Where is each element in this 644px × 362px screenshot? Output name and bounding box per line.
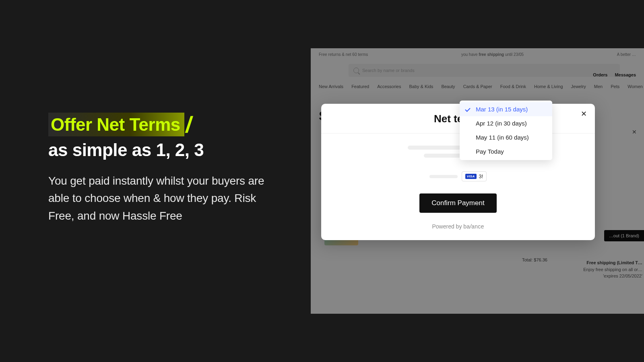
search-input[interactable]: Search by name or brands [349,64,620,77]
nav-item[interactable]: Pets [611,84,619,89]
card-last-digits: 3! [479,173,483,179]
balance-logo: ba/ance [463,223,484,230]
card-chip[interactable]: VISA 3! [462,171,487,181]
promo-right: A better … [617,52,636,57]
nav-item[interactable]: Men [594,84,603,89]
checkout-button[interactable]: …out (1 Brand) [604,230,644,241]
modal-title: Net terms [321,113,595,125]
dropdown-option[interactable]: May 11 (in 60 days) [460,130,552,144]
nav-item[interactable]: Home & Living [534,84,563,89]
placeholder-line [429,175,458,178]
nav-item[interactable]: Cards & Paper [463,84,492,89]
hero-body-text: You get paid instantly whilst your buyer… [48,172,274,224]
dropdown-option[interactable]: Apr 12 (in 30 days) [460,116,552,130]
cart-total: Total: $76.36 [522,257,547,262]
nav-item[interactable]: Jewelry [571,84,586,89]
panel-close-icon[interactable]: ✕ [632,129,637,135]
nav-item[interactable]: Featured [351,84,369,89]
confirm-payment-button[interactable]: Confirm Payment [419,193,496,213]
nav-item[interactable]: Women [627,84,643,89]
hero-slash-icon: / [184,113,194,136]
hero-headline-rest: as simple as 1, 2, 3 [48,139,274,161]
nav-item[interactable]: New Arrivals [319,84,343,89]
nav-item[interactable]: Accessories [377,84,401,89]
payment-method-row: VISA 3! [337,171,579,181]
nav-item[interactable]: Baby & Kids [409,84,433,89]
orders-link[interactable]: Orders [593,72,607,77]
dropdown-option[interactable]: Mar 13 (in 15 days) [460,102,552,116]
messages-link[interactable]: Messages [615,72,636,77]
product-screenshot: Free returns & net 60 terms you have fre… [311,48,644,314]
nav-item[interactable]: Beauty [441,84,455,89]
nav-item[interactable]: Food & Drink [500,84,526,89]
net-terms-dropdown[interactable]: Mar 13 (in 15 days) Apr 12 (in 30 days) … [460,101,552,160]
hero-copy: Offer Net Terms / as simple as 1, 2, 3 Y… [48,113,274,224]
close-icon[interactable]: ✕ [581,110,587,117]
promo-mid: you have free shipping until 23/05 [461,52,524,57]
search-placeholder: Search by name or brands [362,68,415,73]
net-terms-modal: Net terms ✕ VISA 3! Confirm Payment Powe… [321,104,595,240]
dropdown-option[interactable]: Pay Today [460,144,552,158]
promo-left: Free returns & net 60 terms [319,52,368,57]
powered-by: Powered by ba/ance [337,223,579,230]
free-shipping-note: Free shipping (Limited T… Enjoy free shi… [583,259,644,280]
category-nav: New Arrivals Featured Accessories Baby &… [311,77,644,89]
search-icon [353,68,359,73]
visa-icon: VISA [465,174,477,179]
hero-headline-highlight: Offer Net Terms [48,113,184,136]
